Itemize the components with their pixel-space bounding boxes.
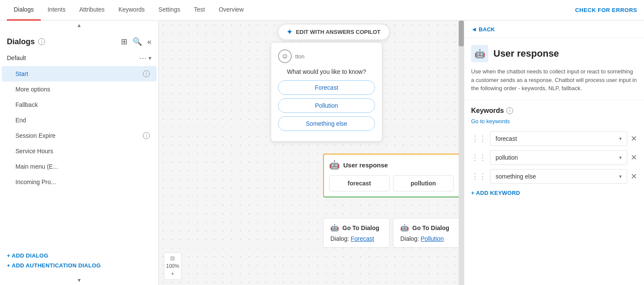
tab-dialogs[interactable]: Dialogs xyxy=(7,0,41,21)
bot-icon: ☺ xyxy=(278,49,292,63)
sidebar-header: Dialogs i ⊞ 🔍 « xyxy=(0,30,158,50)
keywords-section: Keywords i Go to keywords ⋮⋮ forecast ▾ … xyxy=(464,100,644,205)
goto-forecast-dialog: Dialog: Forecast xyxy=(330,235,382,242)
zoom-in-button[interactable]: + xyxy=(169,270,176,278)
keyword-select-forecast[interactable]: forecast ▾ xyxy=(490,131,627,146)
user-response-block[interactable]: 🤖 User response forecast pollution xyxy=(323,154,460,197)
goto-forecast-title: Go To Dialog xyxy=(342,224,379,231)
sidebar-item-service-hours[interactable]: Service Hours xyxy=(2,143,157,159)
canvas-area[interactable]: ✦ EDIT WITH ANSWERS COPILOT ☺ tton What … xyxy=(159,21,464,285)
bot-option-pollution[interactable]: Pollution xyxy=(278,98,375,113)
sidebar-item-incoming-pro-label: Incoming Pro... xyxy=(15,179,56,185)
right-panel-title: User response xyxy=(493,48,559,59)
go-to-keywords-link[interactable]: Go to keywords xyxy=(471,118,637,124)
goto-forecast-dialog-label: Dialog: xyxy=(330,235,351,242)
keyword-row-pollution: ⋮⋮ pollution ▾ ✕ xyxy=(471,150,637,165)
tab-test[interactable]: Test xyxy=(187,0,212,21)
copilot-label: EDIT WITH ANSWERS COPILOT xyxy=(296,29,380,35)
user-response-header: 🤖 User response xyxy=(329,160,454,170)
sidebar-add-buttons: + ADD DIALOG + ADD AUTHENTICATION DIALOG xyxy=(0,246,158,276)
tab-overview[interactable]: Overview xyxy=(212,0,251,21)
bot-question: What would you like to know? xyxy=(278,68,375,75)
keyword-remove-forecast[interactable]: ✕ xyxy=(631,134,637,143)
add-keyword-button[interactable]: + ADD KEYWORD xyxy=(471,188,637,198)
search-icon[interactable]: 🔍 xyxy=(133,37,142,46)
goto-pollution-link[interactable]: Pollution xyxy=(420,235,444,242)
back-button[interactable]: ◄ BACK xyxy=(464,21,644,38)
keywords-info-icon[interactable]: i xyxy=(506,107,513,114)
canvas-scrollbar[interactable] xyxy=(459,21,464,285)
right-panel-icon: 🤖 xyxy=(471,45,488,62)
sidebar-item-main-menu[interactable]: Main menu (E... xyxy=(2,159,157,174)
keyword-drag-handle-2[interactable]: ⋮⋮ xyxy=(471,153,487,162)
sidebar-group-menu-icon[interactable]: ⋯ xyxy=(139,53,147,63)
keyword-drag-handle-1[interactable]: ⋮⋮ xyxy=(471,134,487,143)
sidebar-item-more-options[interactable]: More options xyxy=(2,82,157,97)
keyword-row-something-else: ⋮⋮ something else ▾ ✕ xyxy=(471,169,637,184)
goto-forecast-header: 🤖 Go To Dialog xyxy=(330,224,382,232)
bot-option-forecast[interactable]: Forecast xyxy=(278,80,375,95)
bot-card-header: ☺ tton xyxy=(278,49,375,63)
keyword-value-pollution: pollution xyxy=(496,154,518,161)
check-errors-button[interactable]: CHECK FOR ERRORS xyxy=(575,7,637,13)
copilot-banner[interactable]: ✦ EDIT WITH ANSWERS COPILOT xyxy=(278,24,389,40)
goto-card-pollution[interactable]: 🤖 Go To Dialog Dialog: Pollution xyxy=(393,218,460,248)
keyword-chevron-1: ▾ xyxy=(619,136,622,142)
bot-option-something-else[interactable]: Something else xyxy=(278,116,375,131)
collapse-icon[interactable]: « xyxy=(147,37,151,46)
sidebar-item-incoming-pro[interactable]: Incoming Pro... xyxy=(2,174,157,190)
add-auth-dialog-button[interactable]: + ADD AUTHENTICATION DIALOG xyxy=(7,261,151,270)
nav-tabs: Dialogs Intents Attributes Keywords Sett… xyxy=(7,0,251,21)
sidebar-item-service-hours-label: Service Hours xyxy=(15,148,53,155)
goto-cards: 🤖 Go To Dialog Dialog: Forecast 🤖 Go To … xyxy=(323,218,460,248)
canvas-toolbar: ⊡ 100% + xyxy=(164,252,181,280)
sidebar-item-start[interactable]: Start i xyxy=(2,66,157,82)
keyword-chevron-3: ▾ xyxy=(619,173,622,179)
right-panel-header: 🤖 User response xyxy=(464,38,644,67)
sidebar-item-session-expire[interactable]: Session Expire i xyxy=(2,128,157,143)
sidebar-item-fallback-label: Fallback xyxy=(15,101,38,108)
goto-pollution-title: Go To Dialog xyxy=(412,224,449,231)
canvas-scrollbar-thumb[interactable] xyxy=(459,21,464,46)
user-response-slot-forecast: forecast xyxy=(329,175,390,191)
top-nav: Dialogs Intents Attributes Keywords Sett… xyxy=(0,0,644,21)
sidebar-info-icon[interactable]: i xyxy=(38,38,45,45)
sidebar-item-session-expire-info-icon[interactable]: i xyxy=(143,132,150,139)
sidebar-item-fallback[interactable]: Fallback xyxy=(2,97,157,112)
user-response-slots: forecast pollution xyxy=(329,175,454,197)
sidebar-group-default: Default ⋯ ▾ xyxy=(0,50,158,66)
sidebar-group-label: Default xyxy=(7,55,137,61)
bot-card-title: tton xyxy=(295,53,305,60)
keyword-remove-pollution[interactable]: ✕ xyxy=(631,153,637,162)
sidebar-item-start-info-icon[interactable]: i xyxy=(143,70,150,77)
bot-card: ☺ tton What would you like to know? Fore… xyxy=(271,42,382,142)
keyword-select-something-else[interactable]: something else ▾ xyxy=(490,169,627,184)
keyword-drag-handle-3[interactable]: ⋮⋮ xyxy=(471,172,487,181)
sidebar-group-dropdown-icon[interactable]: ▾ xyxy=(148,55,151,61)
user-response-slot-pollution: pollution xyxy=(393,175,454,191)
fit-to-screen-button[interactable]: ⊡ xyxy=(169,255,176,262)
sidebar-header-icons: ⊞ 🔍 « xyxy=(121,37,151,46)
sidebar-item-session-expire-label: Session Expire xyxy=(15,132,55,139)
sidebar-item-start-label: Start xyxy=(15,70,28,77)
tab-intents[interactable]: Intents xyxy=(41,0,73,21)
add-dialog-button[interactable]: + ADD DIALOG xyxy=(7,251,151,261)
zoom-level: 100% xyxy=(166,263,179,269)
sidebar-item-end[interactable]: End xyxy=(2,112,157,128)
keyword-value-something-else: something else xyxy=(496,173,536,180)
tab-keywords[interactable]: Keywords xyxy=(112,0,151,21)
grid-icon[interactable]: ⊞ xyxy=(121,37,127,46)
goto-forecast-link[interactable]: Forecast xyxy=(351,235,374,242)
goto-card-forecast[interactable]: 🤖 Go To Dialog Dialog: Forecast xyxy=(323,218,390,248)
sidebar-scroll-down[interactable]: ▼ xyxy=(0,276,158,285)
keyword-remove-something-else[interactable]: ✕ xyxy=(631,172,637,181)
goto-pollution-dialog-label: Dialog: xyxy=(400,235,420,242)
tab-attributes[interactable]: Attributes xyxy=(73,0,112,21)
sidebar-scroll-up[interactable]: ▲ xyxy=(0,21,158,30)
keyword-row-forecast: ⋮⋮ forecast ▾ ✕ xyxy=(471,131,637,146)
sidebar-item-more-options-label: More options xyxy=(15,86,50,93)
keywords-header: Keywords i xyxy=(471,107,637,115)
tab-settings[interactable]: Settings xyxy=(151,0,187,21)
right-panel-description: Use when the chatbot needs to collect in… xyxy=(464,67,644,100)
keyword-select-pollution[interactable]: pollution ▾ xyxy=(490,150,627,165)
